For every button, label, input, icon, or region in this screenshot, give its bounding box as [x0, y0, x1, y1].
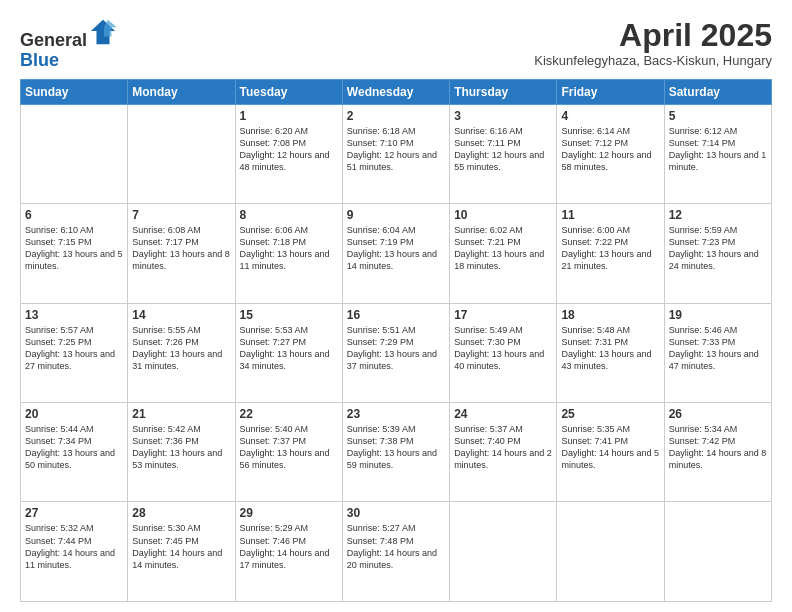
day-info: Sunrise: 5:49 AM Sunset: 7:30 PM Dayligh…	[454, 324, 552, 373]
day-number: 12	[669, 208, 767, 222]
day-number: 2	[347, 109, 445, 123]
day-info: Sunrise: 5:46 AM Sunset: 7:33 PM Dayligh…	[669, 324, 767, 373]
day-info: Sunrise: 6:08 AM Sunset: 7:17 PM Dayligh…	[132, 224, 230, 273]
day-number: 9	[347, 208, 445, 222]
day-number: 14	[132, 308, 230, 322]
day-cell: 14Sunrise: 5:55 AM Sunset: 7:26 PM Dayli…	[128, 303, 235, 402]
day-cell: 12Sunrise: 5:59 AM Sunset: 7:23 PM Dayli…	[664, 204, 771, 303]
day-number: 29	[240, 506, 338, 520]
day-number: 11	[561, 208, 659, 222]
col-header-sunday: Sunday	[21, 79, 128, 104]
day-cell: 28Sunrise: 5:30 AM Sunset: 7:45 PM Dayli…	[128, 502, 235, 602]
logo-text: General	[20, 18, 117, 51]
day-cell: 7Sunrise: 6:08 AM Sunset: 7:17 PM Daylig…	[128, 204, 235, 303]
day-number: 3	[454, 109, 552, 123]
logo: General Blue	[20, 18, 117, 71]
day-number: 22	[240, 407, 338, 421]
page: General Blue April 2025 Kiskunfelegyhaza…	[0, 0, 792, 612]
day-info: Sunrise: 5:48 AM Sunset: 7:31 PM Dayligh…	[561, 324, 659, 373]
day-info: Sunrise: 6:02 AM Sunset: 7:21 PM Dayligh…	[454, 224, 552, 273]
day-info: Sunrise: 6:00 AM Sunset: 7:22 PM Dayligh…	[561, 224, 659, 273]
day-cell: 22Sunrise: 5:40 AM Sunset: 7:37 PM Dayli…	[235, 403, 342, 502]
day-cell: 17Sunrise: 5:49 AM Sunset: 7:30 PM Dayli…	[450, 303, 557, 402]
day-info: Sunrise: 6:10 AM Sunset: 7:15 PM Dayligh…	[25, 224, 123, 273]
day-cell: 20Sunrise: 5:44 AM Sunset: 7:34 PM Dayli…	[21, 403, 128, 502]
day-info: Sunrise: 5:32 AM Sunset: 7:44 PM Dayligh…	[25, 522, 123, 571]
day-cell: 24Sunrise: 5:37 AM Sunset: 7:40 PM Dayli…	[450, 403, 557, 502]
day-number: 6	[25, 208, 123, 222]
day-info: Sunrise: 5:51 AM Sunset: 7:29 PM Dayligh…	[347, 324, 445, 373]
col-header-wednesday: Wednesday	[342, 79, 449, 104]
day-info: Sunrise: 5:55 AM Sunset: 7:26 PM Dayligh…	[132, 324, 230, 373]
day-cell	[557, 502, 664, 602]
day-info: Sunrise: 6:16 AM Sunset: 7:11 PM Dayligh…	[454, 125, 552, 174]
day-number: 27	[25, 506, 123, 520]
col-header-saturday: Saturday	[664, 79, 771, 104]
day-cell: 1Sunrise: 6:20 AM Sunset: 7:08 PM Daylig…	[235, 104, 342, 203]
header: General Blue April 2025 Kiskunfelegyhaza…	[20, 18, 772, 71]
day-info: Sunrise: 6:14 AM Sunset: 7:12 PM Dayligh…	[561, 125, 659, 174]
day-number: 15	[240, 308, 338, 322]
day-cell: 13Sunrise: 5:57 AM Sunset: 7:25 PM Dayli…	[21, 303, 128, 402]
day-number: 16	[347, 308, 445, 322]
day-number: 20	[25, 407, 123, 421]
col-header-thursday: Thursday	[450, 79, 557, 104]
day-info: Sunrise: 5:29 AM Sunset: 7:46 PM Dayligh…	[240, 522, 338, 571]
day-cell: 30Sunrise: 5:27 AM Sunset: 7:48 PM Dayli…	[342, 502, 449, 602]
day-cell	[21, 104, 128, 203]
day-cell	[128, 104, 235, 203]
day-cell: 6Sunrise: 6:10 AM Sunset: 7:15 PM Daylig…	[21, 204, 128, 303]
day-info: Sunrise: 5:34 AM Sunset: 7:42 PM Dayligh…	[669, 423, 767, 472]
week-row-0: 1Sunrise: 6:20 AM Sunset: 7:08 PM Daylig…	[21, 104, 772, 203]
svg-marker-1	[104, 20, 117, 37]
day-number: 17	[454, 308, 552, 322]
day-cell: 9Sunrise: 6:04 AM Sunset: 7:19 PM Daylig…	[342, 204, 449, 303]
col-header-monday: Monday	[128, 79, 235, 104]
day-cell	[664, 502, 771, 602]
day-number: 7	[132, 208, 230, 222]
day-number: 30	[347, 506, 445, 520]
location: Kiskunfelegyhaza, Bacs-Kiskun, Hungary	[534, 53, 772, 68]
day-cell	[450, 502, 557, 602]
logo-general: General	[20, 30, 87, 50]
day-number: 23	[347, 407, 445, 421]
title-block: April 2025 Kiskunfelegyhaza, Bacs-Kiskun…	[534, 18, 772, 68]
day-number: 4	[561, 109, 659, 123]
day-cell: 23Sunrise: 5:39 AM Sunset: 7:38 PM Dayli…	[342, 403, 449, 502]
week-row-3: 20Sunrise: 5:44 AM Sunset: 7:34 PM Dayli…	[21, 403, 772, 502]
day-info: Sunrise: 5:27 AM Sunset: 7:48 PM Dayligh…	[347, 522, 445, 571]
calendar-table: SundayMondayTuesdayWednesdayThursdayFrid…	[20, 79, 772, 602]
day-info: Sunrise: 5:37 AM Sunset: 7:40 PM Dayligh…	[454, 423, 552, 472]
day-cell: 29Sunrise: 5:29 AM Sunset: 7:46 PM Dayli…	[235, 502, 342, 602]
col-header-friday: Friday	[557, 79, 664, 104]
col-header-tuesday: Tuesday	[235, 79, 342, 104]
logo-icon	[89, 18, 117, 46]
day-cell: 18Sunrise: 5:48 AM Sunset: 7:31 PM Dayli…	[557, 303, 664, 402]
day-number: 25	[561, 407, 659, 421]
day-number: 26	[669, 407, 767, 421]
day-info: Sunrise: 6:18 AM Sunset: 7:10 PM Dayligh…	[347, 125, 445, 174]
day-cell: 21Sunrise: 5:42 AM Sunset: 7:36 PM Dayli…	[128, 403, 235, 502]
day-info: Sunrise: 6:06 AM Sunset: 7:18 PM Dayligh…	[240, 224, 338, 273]
day-cell: 10Sunrise: 6:02 AM Sunset: 7:21 PM Dayli…	[450, 204, 557, 303]
day-number: 10	[454, 208, 552, 222]
day-cell: 27Sunrise: 5:32 AM Sunset: 7:44 PM Dayli…	[21, 502, 128, 602]
day-number: 18	[561, 308, 659, 322]
day-cell: 11Sunrise: 6:00 AM Sunset: 7:22 PM Dayli…	[557, 204, 664, 303]
day-info: Sunrise: 6:04 AM Sunset: 7:19 PM Dayligh…	[347, 224, 445, 273]
day-cell: 16Sunrise: 5:51 AM Sunset: 7:29 PM Dayli…	[342, 303, 449, 402]
day-cell: 8Sunrise: 6:06 AM Sunset: 7:18 PM Daylig…	[235, 204, 342, 303]
day-info: Sunrise: 5:42 AM Sunset: 7:36 PM Dayligh…	[132, 423, 230, 472]
day-cell: 2Sunrise: 6:18 AM Sunset: 7:10 PM Daylig…	[342, 104, 449, 203]
day-cell: 19Sunrise: 5:46 AM Sunset: 7:33 PM Dayli…	[664, 303, 771, 402]
day-number: 28	[132, 506, 230, 520]
day-number: 24	[454, 407, 552, 421]
day-number: 19	[669, 308, 767, 322]
day-cell: 5Sunrise: 6:12 AM Sunset: 7:14 PM Daylig…	[664, 104, 771, 203]
day-number: 13	[25, 308, 123, 322]
day-info: Sunrise: 5:30 AM Sunset: 7:45 PM Dayligh…	[132, 522, 230, 571]
week-row-1: 6Sunrise: 6:10 AM Sunset: 7:15 PM Daylig…	[21, 204, 772, 303]
day-number: 21	[132, 407, 230, 421]
day-info: Sunrise: 5:53 AM Sunset: 7:27 PM Dayligh…	[240, 324, 338, 373]
week-row-2: 13Sunrise: 5:57 AM Sunset: 7:25 PM Dayli…	[21, 303, 772, 402]
